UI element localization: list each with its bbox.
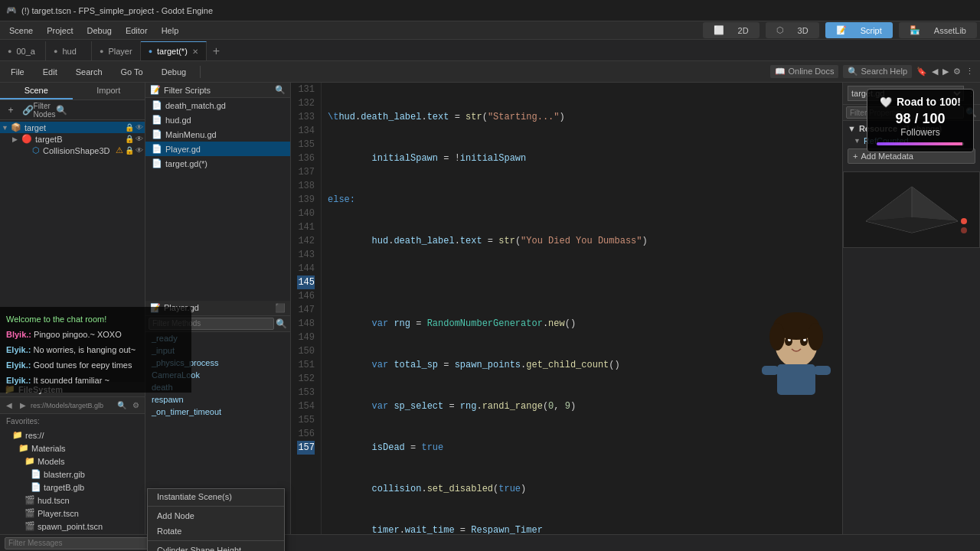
- character-svg: [750, 305, 842, 404]
- menu-project[interactable]: Project: [41, 24, 79, 37]
- prev-btn[interactable]: ◀: [932, 67, 938, 77]
- ctx-add-node[interactable]: Add Node: [148, 508, 284, 523]
- toolbar-separator: [200, 66, 201, 78]
- filter-messages-input[interactable]: [5, 537, 158, 549]
- line-133: else:: [328, 193, 836, 207]
- expand-arrow-2: ▶: [12, 135, 20, 143]
- fs-item-targetb[interactable]: 📄 targetB.glb: [0, 481, 145, 494]
- script-label-target: target.gd(*): [165, 159, 207, 168]
- tab-00a-label: 00_a: [16, 47, 34, 56]
- tab-target[interactable]: ● target(*) ✕: [141, 41, 207, 60]
- goto-menu-label: Go To: [121, 67, 143, 77]
- method-label-respawn: respawn: [152, 395, 184, 404]
- filter-nodes-btn[interactable]: Filter Nodes: [37, 103, 52, 118]
- node-icon-targetB: 🔴: [21, 134, 32, 144]
- script-file-list: 📄 death_match.gd 📄 hud.gd 📄 MainMenu.gd …: [145, 98, 290, 301]
- warning-icon: ⚠: [116, 145, 123, 155]
- svg-point-7: [961, 227, 967, 233]
- tree-node-target[interactable]: ▼ 📦 target 🔒 👁: [0, 122, 145, 133]
- chat-overlay: Welcome to the chat room! Blyik.: Pingoo…: [0, 307, 191, 393]
- menu-editor[interactable]: Editor: [119, 24, 154, 37]
- edit-menu-label: Edit: [43, 67, 57, 77]
- favorites-label: Favorites:: [0, 414, 145, 427]
- menu-debug[interactable]: Debug: [80, 24, 117, 37]
- assetlib-icon: 🏪: [903, 24, 926, 37]
- 2d-btn[interactable]: ⬜ 2D: [703, 22, 760, 38]
- fs-item-models[interactable]: 📁 Models: [0, 455, 145, 468]
- fs-item-materials-label: Materials: [31, 444, 66, 453]
- chat-text-4: It sounded familiar ~: [33, 376, 109, 385]
- fs-back-btn[interactable]: ◀: [3, 399, 15, 412]
- method-label-timer: _on_timer_timeout: [152, 407, 221, 416]
- debug-menu-btn[interactable]: Debug: [157, 66, 191, 78]
- import-tab[interactable]: Import: [73, 83, 145, 99]
- methods-expand-btn[interactable]: ⬛: [275, 303, 286, 313]
- file-menu-btn[interactable]: File: [6, 66, 29, 78]
- add-tab-btn[interactable]: +: [207, 41, 226, 60]
- tab-target-label: target(*): [157, 47, 188, 56]
- tree-node-collision[interactable]: ⬡ CollisionShape3D ⚠ 🔒 👁: [0, 145, 145, 156]
- fs-item-res[interactable]: 📁 res://: [0, 429, 145, 442]
- fs-item-res-icon: 📁: [12, 430, 23, 440]
- fs-item-player[interactable]: 🎬 Player.tscn: [0, 507, 145, 520]
- ctx-instantiate[interactable]: Instantiate Scene(s): [148, 489, 284, 504]
- fs-item-blaster[interactable]: 📄 blasterr.gib: [0, 468, 145, 481]
- script-death-match[interactable]: 📄 death_match.gd: [145, 98, 290, 112]
- tab-player-label: Player: [108, 47, 132, 56]
- bookmark-btn[interactable]: 🔖: [916, 67, 927, 77]
- tab-hud[interactable]: ● hud: [46, 41, 92, 60]
- fs-more-btn[interactable]: ⚙: [129, 399, 142, 412]
- assetlib-btn[interactable]: 🏪 AssetLib: [899, 22, 977, 38]
- twitch-title: Road to 100!: [897, 96, 961, 108]
- method-timer[interactable]: _on_timer_timeout: [145, 406, 290, 418]
- tab-target-close[interactable]: ✕: [192, 47, 198, 56]
- fs-item-player-icon: 🎬: [24, 508, 35, 518]
- method-respawn[interactable]: respawn: [145, 393, 290, 406]
- search-help-btn[interactable]: 🔍 Search Help: [843, 65, 912, 78]
- more-btn[interactable]: ⋮: [965, 67, 974, 77]
- fs-item-player-label: Player.tscn: [38, 509, 79, 518]
- fs-item-models-label: Models: [38, 457, 64, 466]
- tree-node-targetB[interactable]: ▶ 🔴 targetB 🔒 👁: [0, 133, 145, 145]
- script-icon: 📝: [830, 24, 853, 37]
- add-node-btn[interactable]: +: [3, 103, 18, 118]
- fs-item-spawnpoint[interactable]: 🎬 spawn_point.tscn: [0, 520, 145, 533]
- node-icon-target: 📦: [11, 122, 21, 132]
- tab-00a[interactable]: ● 00_a: [0, 41, 46, 60]
- 3d-btn[interactable]: ⬡ 3D: [766, 22, 819, 38]
- search-menu-label: Search: [76, 67, 103, 77]
- fs-forward-btn[interactable]: ▶: [17, 399, 29, 412]
- fs-item-hud[interactable]: 🎬 hud.tscn: [0, 494, 145, 507]
- menu-scene[interactable]: Scene: [3, 24, 39, 37]
- goto-menu-btn[interactable]: Go To: [116, 66, 148, 78]
- tab-player[interactable]: ● Player: [92, 41, 141, 60]
- script-btn[interactable]: 📝 Script: [825, 22, 893, 38]
- tab-00a-icon: ●: [8, 47, 11, 55]
- scene-tab[interactable]: Scene: [0, 83, 73, 99]
- sidebar-tab-bar: Scene Import: [0, 83, 145, 100]
- search-menu-btn[interactable]: Search: [71, 66, 107, 78]
- scene-search-btn[interactable]: 🔍: [54, 103, 69, 118]
- script-player[interactable]: 📄 Player.gd: [145, 142, 290, 156]
- ctx-sep-1: [148, 506, 284, 507]
- editor-tabbar: ● 00_a ● hud ● Player ● target(*) ✕ +: [0, 40, 980, 61]
- script-mainmenu[interactable]: 📄 MainMenu.gd: [145, 127, 290, 142]
- settings-btn[interactable]: ⚙: [953, 67, 961, 77]
- assetlib-label: AssetLib: [928, 24, 972, 37]
- ctx-rotate-1[interactable]: Rotate: [148, 523, 284, 539]
- edit-menu-btn[interactable]: Edit: [38, 66, 62, 78]
- tab-hud-icon: ●: [54, 47, 57, 55]
- script-target[interactable]: 📄 target.gd(*): [145, 156, 290, 171]
- menu-help[interactable]: Help: [155, 24, 185, 37]
- fs-search-btn[interactable]: 🔍: [116, 399, 128, 412]
- fs-item-materials[interactable]: 📁 Materials: [0, 442, 145, 455]
- node-label-targetB: targetB: [35, 135, 62, 144]
- ctx-cyl-height[interactable]: Cylinder Shape Height: [148, 543, 284, 551]
- next-btn[interactable]: ▶: [942, 67, 949, 77]
- lock-icon-2: 🔒: [125, 135, 134, 143]
- ctx-cyl-height-label: Cylinder Shape Height: [157, 546, 241, 551]
- script-hud[interactable]: 📄 hud.gd: [145, 112, 290, 127]
- ctx-rotate-1-label: Rotate: [157, 527, 181, 536]
- context-menu: Instantiate Scene(s) Add Node Rotate Cyl…: [147, 488, 285, 551]
- online-docs-btn[interactable]: 📖 Online Docs: [770, 65, 838, 78]
